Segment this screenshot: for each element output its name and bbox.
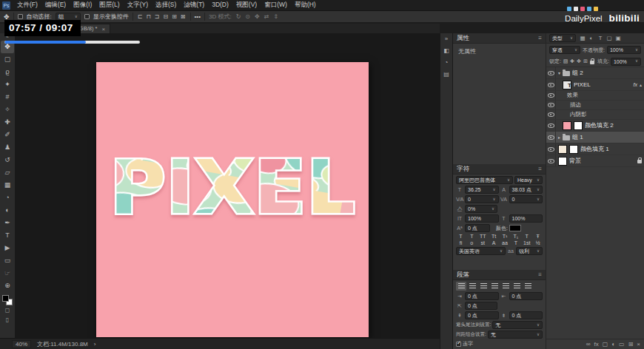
menu-help[interactable]: 帮助(H) (291, 1, 320, 10)
indent-first-line-input[interactable]: 0 点 (465, 302, 497, 310)
expand-arrow-icon[interactable]: ▾ (558, 70, 560, 75)
eyedropper-tool[interactable]: ✧ (1, 104, 14, 116)
crop-tool[interactable]: # (1, 91, 14, 104)
justify-last-center-button[interactable] (500, 282, 511, 291)
background-layer-thumbnail[interactable] (558, 157, 567, 166)
lock-artboard-icon[interactable]: ⊞ (583, 58, 588, 64)
hand-tool[interactable]: ☞ (1, 267, 14, 279)
align-text-right-button[interactable] (478, 282, 489, 291)
visibility-toggle[interactable] (546, 110, 556, 119)
slide-3d-icon[interactable]: ⇄ (264, 13, 270, 20)
show-transform-checkbox[interactable] (84, 14, 90, 19)
adjustments-panel-icon[interactable]: ◔ (445, 59, 449, 66)
expand-arrow-icon[interactable]: ▸ (558, 135, 560, 140)
layer-row-group2[interactable]: ▾ 组 2 (546, 67, 644, 79)
leading-input[interactable]: 38.03 点 ∨ (509, 186, 543, 194)
layer-mask-thumbnail[interactable] (574, 121, 583, 130)
align-left-edges-icon[interactable]: ⊏ (137, 13, 144, 20)
vertical-scale-input[interactable]: 100% (465, 214, 499, 223)
horizontal-scale-input[interactable]: 100% (509, 214, 543, 223)
libraries-panel-icon[interactable]: ▤ (443, 71, 449, 78)
stylistic-alternates-button[interactable]: aa (500, 240, 510, 245)
discretionary-ligatures-button[interactable]: st (478, 240, 488, 245)
link-layers-icon[interactable]: ∞ (586, 341, 591, 348)
orbit-3d-icon[interactable]: ↻ (235, 13, 242, 20)
menu-image[interactable]: 图像(I) (70, 1, 95, 10)
collapse-panels-icon[interactable]: » (445, 35, 448, 42)
fill-layer-thumbnail[interactable] (563, 121, 571, 130)
panel-menu-icon[interactable]: ≡ (538, 166, 542, 172)
lock-pixels-icon[interactable]: ✚ (569, 58, 575, 64)
dodge-tool[interactable]: ◐ (1, 204, 14, 217)
close-tab-icon[interactable]: × (101, 26, 105, 33)
layer-row-background[interactable]: 背景 (546, 155, 644, 167)
distribute-horizontal-icon[interactable]: ⊟ (162, 13, 169, 20)
underline-button[interactable]: T (522, 234, 531, 239)
indent-left-input[interactable]: 0 点 (465, 292, 499, 300)
superscript-button[interactable]: T¹ (500, 234, 510, 239)
filter-adjustment-layers-icon[interactable]: ◐ (588, 35, 595, 41)
font-family-select[interactable]: 阿里巴巴普惠体 ∨ (456, 176, 513, 184)
new-layer-icon[interactable]: ⊞ (628, 341, 634, 348)
type-tool[interactable]: T (1, 229, 14, 242)
lock-all-icon[interactable] (590, 61, 594, 64)
align-text-center-button[interactable] (467, 282, 477, 291)
foreground-color-swatch[interactable] (2, 295, 9, 302)
visibility-toggle[interactable] (546, 155, 556, 166)
proportional-spacing-input[interactable]: 0% ∨ (465, 205, 497, 213)
language-select[interactable]: 美国英语 ∨ (456, 247, 506, 255)
layer-row-color-fill-1[interactable]: 颜色填充 1 (546, 143, 644, 155)
baseline-shift-input[interactable]: 0 点 (465, 224, 490, 232)
healing-brush-tool[interactable]: ✚ (1, 116, 14, 129)
lock-transparency-icon[interactable]: ▨ (563, 58, 568, 64)
blend-mode-select[interactable]: 穿透 ∨ (549, 46, 580, 54)
all-caps-button[interactable]: TT (478, 234, 488, 239)
eraser-tool[interactable]: ▱ (1, 166, 14, 179)
kinsoku-select[interactable]: 无 ∨ (492, 321, 543, 329)
fx-badge[interactable]: fx (634, 82, 637, 87)
auto-select-checkbox[interactable] (18, 14, 23, 19)
visibility-toggle[interactable] (546, 79, 556, 90)
filter-shape-layers-icon[interactable]: ▢ (606, 35, 613, 41)
color-panel-icon[interactable]: ◧ (443, 47, 449, 54)
roll-3d-icon[interactable]: ⊙ (244, 13, 251, 20)
ligatures-button[interactable]: fi (456, 240, 466, 245)
character-panel-header[interactable]: 字符 ≡ (453, 164, 546, 174)
menu-layer[interactable]: 图层(L) (95, 1, 123, 10)
visibility-toggle[interactable] (546, 143, 556, 155)
small-caps-button[interactable]: Tt (489, 234, 499, 239)
fractions-button[interactable]: ½ (533, 240, 543, 245)
filter-pixel-layers-icon[interactable]: ▦ (579, 35, 586, 41)
justify-last-right-button[interactable] (511, 282, 522, 291)
new-adjustment-layer-icon[interactable]: ◐ (611, 341, 615, 348)
menu-view[interactable]: 视图(V) (232, 1, 261, 10)
status-chevron-icon[interactable]: › (94, 341, 96, 348)
color-swatches[interactable] (2, 295, 13, 305)
visibility-toggle[interactable] (546, 101, 556, 109)
quick-mask-icon[interactable]: ◻ (5, 305, 10, 315)
text-color-swatch[interactable] (509, 225, 521, 231)
align-right-edges-icon[interactable]: ⊐ (154, 13, 161, 20)
menu-select[interactable]: 选择(S) (152, 1, 180, 10)
font-style-select[interactable]: Heavy ∨ (514, 176, 543, 184)
indent-right-input[interactable]: 0 点 (509, 292, 543, 300)
brush-tool[interactable]: ✐ (1, 129, 14, 141)
pan-3d-icon[interactable]: ✥ (254, 13, 261, 20)
fill-input[interactable]: 100% ∨ (611, 58, 641, 66)
opacity-input[interactable]: 100% ∨ (607, 46, 641, 54)
titling-alternates-button[interactable]: T (511, 240, 520, 245)
collapse-effects-icon[interactable]: ▴ (640, 82, 642, 87)
properties-panel-tab[interactable]: 属性 (457, 34, 469, 43)
menu-edit[interactable]: 编辑(E) (41, 1, 70, 10)
layer-row-pixel-text[interactable]: T PIXEL fx ▴ (546, 79, 644, 91)
filter-type-layers-icon[interactable]: T (597, 35, 604, 41)
character-panel-tab[interactable]: 字符 (457, 165, 469, 174)
layer-row-group1[interactable]: ▸ 组 1 (546, 132, 644, 143)
contextual-alternates-button[interactable]: o (467, 240, 477, 245)
faux-italic-button[interactable]: T (467, 234, 477, 239)
pen-tool[interactable]: ✒ (1, 217, 14, 229)
path-selection-tool[interactable]: ▶ (1, 242, 14, 254)
font-size-input[interactable]: 36.25 ∨ (465, 186, 499, 194)
subscript-button[interactable]: T₁ (511, 234, 520, 239)
filter-smart-objects-icon[interactable]: ▣ (614, 35, 622, 41)
